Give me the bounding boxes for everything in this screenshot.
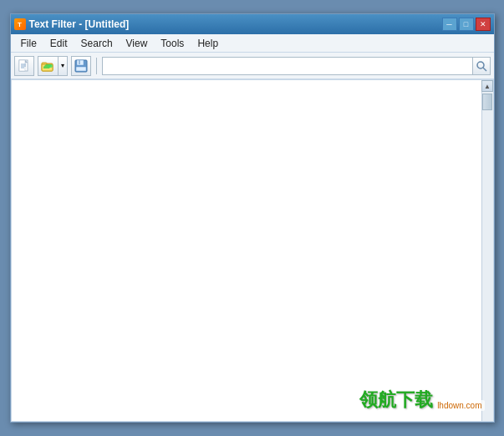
search-button[interactable] xyxy=(472,57,491,75)
open-button-group: ▾ xyxy=(38,56,68,76)
svg-line-14 xyxy=(483,68,486,71)
search-icon xyxy=(476,60,487,72)
scrollbar-up-button[interactable]: ▲ xyxy=(481,80,493,92)
watermark-sub: lhdown.com xyxy=(435,400,484,411)
svg-point-13 xyxy=(477,62,484,68)
open-folder-icon xyxy=(41,59,54,73)
menu-search[interactable]: Search xyxy=(74,34,120,52)
new-doc-icon xyxy=(18,59,31,73)
open-button[interactable] xyxy=(38,56,58,76)
menu-bar: File Edit Search View Tools Help xyxy=(11,34,494,53)
save-icon xyxy=(74,59,88,73)
watermark: 领航下载 lhdown.com xyxy=(359,388,484,413)
new-button[interactable] xyxy=(14,56,34,76)
maximize-button[interactable]: □ xyxy=(459,18,474,31)
search-bar xyxy=(102,57,491,75)
search-input[interactable] xyxy=(102,57,472,75)
open-dropdown-button[interactable]: ▾ xyxy=(58,56,68,76)
watermark-text: 领航下载 xyxy=(359,388,433,413)
menu-file[interactable]: File xyxy=(14,34,43,52)
minimize-button[interactable]: ─ xyxy=(442,18,457,31)
title-bar-left: T Text Filter - [Untitled] xyxy=(14,18,130,30)
svg-rect-12 xyxy=(76,67,86,71)
toolbar-separator xyxy=(96,58,97,74)
svg-point-8 xyxy=(48,64,53,68)
menu-edit[interactable]: Edit xyxy=(43,34,74,52)
window-title: Text Filter - [Untitled] xyxy=(29,18,130,30)
menu-help[interactable]: Help xyxy=(191,34,225,52)
content-area: ▲ 领航下载 lhdown.com xyxy=(11,79,494,422)
save-button[interactable] xyxy=(71,56,91,76)
menu-view[interactable]: View xyxy=(120,34,155,52)
app-icon: T xyxy=(14,18,26,30)
menu-tools[interactable]: Tools xyxy=(154,34,191,52)
main-window: T Text Filter - [Untitled] ─ □ ✕ File Ed… xyxy=(10,13,495,423)
title-bar: T Text Filter - [Untitled] ─ □ ✕ xyxy=(11,14,494,34)
scrollbar-thumb[interactable] xyxy=(482,94,492,110)
svg-rect-11 xyxy=(79,60,80,64)
toolbar: ▾ xyxy=(11,53,494,79)
title-controls: ─ □ ✕ xyxy=(442,18,491,31)
close-button[interactable]: ✕ xyxy=(476,18,491,31)
vertical-scrollbar[interactable]: ▲ xyxy=(481,80,493,421)
